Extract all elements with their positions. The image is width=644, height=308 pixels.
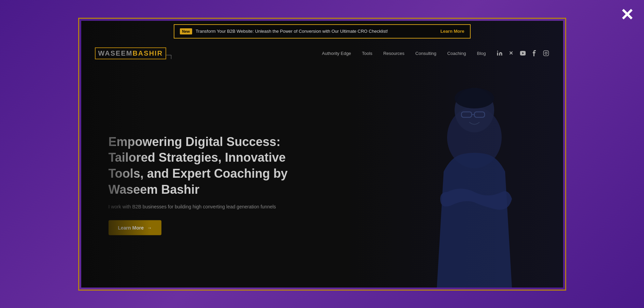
- nav-resources[interactable]: Resources: [383, 51, 404, 56]
- announcement-text: Transform Your B2B Website: Unleash the …: [196, 29, 437, 34]
- new-badge: New: [180, 28, 192, 34]
- instagram-icon[interactable]: [543, 50, 549, 57]
- hero-person-image: [406, 76, 543, 288]
- nav-links: Authority Edge Tools Resources Consultin…: [322, 51, 486, 56]
- close-button[interactable]: ✕: [620, 7, 634, 23]
- svg-point-3: [547, 52, 548, 52]
- hero-title: Empowering Digital Success: Tailored Str…: [109, 134, 320, 197]
- logo-bashir: BASHIR: [132, 49, 163, 57]
- logo-box: WASEEM BASHIR: [95, 47, 167, 59]
- announcement-banner: New Transform Your B2B Website: Unleash …: [174, 24, 471, 39]
- learn-more-label: Learn More: [118, 225, 144, 230]
- svg-point-6: [455, 88, 494, 108]
- arrow-icon: →: [147, 225, 152, 230]
- hero-learn-more-button[interactable]: Learn More →: [109, 220, 161, 235]
- nav-authority-edge[interactable]: Authority Edge: [322, 51, 351, 56]
- svg-rect-1: [543, 51, 548, 56]
- logo[interactable]: WASEEM BASHIR: [95, 47, 172, 59]
- logo-speech-bubble-icon: [166, 55, 171, 59]
- linkedin-icon[interactable]: [496, 50, 503, 57]
- social-icons: ✕: [496, 50, 549, 57]
- main-frame: New Transform Your B2B Website: Unleash …: [78, 18, 566, 291]
- nav-tools[interactable]: Tools: [362, 51, 372, 56]
- announcement-learn-more-link[interactable]: Learn More: [440, 29, 464, 34]
- nav-coaching[interactable]: Coaching: [447, 51, 466, 56]
- nav-blog[interactable]: Blog: [477, 51, 486, 56]
- logo-waseem: WASEEM: [98, 49, 133, 57]
- facebook-icon[interactable]: [531, 50, 538, 57]
- youtube-icon[interactable]: [519, 50, 526, 57]
- page-container: New Transform Your B2B Website: Unleash …: [81, 21, 563, 288]
- svg-point-0: [497, 51, 498, 52]
- svg-point-2: [545, 52, 547, 54]
- navbar: WASEEM BASHIR Authority Edge Tools Resou…: [81, 41, 563, 65]
- hero-subtitle: I work with B2B businesses for building …: [109, 204, 293, 209]
- nav-consulting[interactable]: Consulting: [415, 51, 436, 56]
- twitter-x-icon[interactable]: ✕: [508, 50, 515, 57]
- hero-content: Empowering Digital Success: Tailored Str…: [109, 134, 320, 235]
